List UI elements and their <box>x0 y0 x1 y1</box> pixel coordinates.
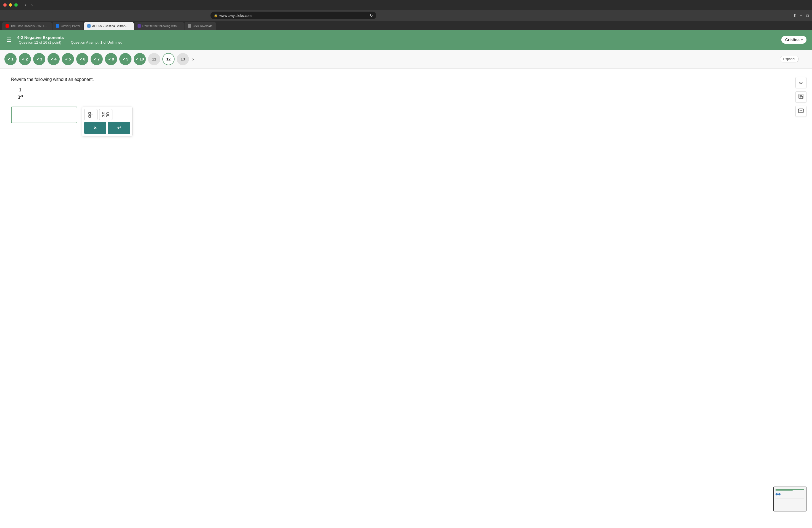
user-menu-button[interactable]: Cristina ▾ <box>781 36 807 44</box>
question-bubble-10[interactable]: ✓10 <box>134 53 146 65</box>
youtube-favicon <box>5 24 9 28</box>
question-bubble-12[interactable]: 12 <box>162 53 175 65</box>
question-subtitle: Question 12 of 16 (1 point) | Question A… <box>17 40 781 44</box>
svg-rect-0 <box>89 113 91 114</box>
minimize-dot <box>9 3 12 6</box>
separator-pipe: | <box>66 40 68 44</box>
tab-clever[interactable]: Clever | Portal <box>53 22 83 30</box>
calculator-button[interactable]: ∞ <box>795 77 807 88</box>
user-name: Cristina <box>785 38 800 42</box>
header-info: 4-2 Negative Exponents Question 12 of 16… <box>17 35 781 44</box>
fraction-display: 1 3-3 <box>17 88 24 100</box>
tab-rewrite[interactable]: Rewrite the following without an exponen… <box>134 22 184 30</box>
tab-youtube-label: The Little Rascals - YouTube <box>11 24 48 28</box>
question-info: Question 12 of 16 (1 point) <box>19 40 61 44</box>
tab-rewrite-label: Rewrite the following without an exponen… <box>143 24 180 28</box>
tab-aleks-label: ALEKS - Cristina Beltran-Giudice - 4-2 N… <box>92 24 130 28</box>
question-bubble-13[interactable]: 13 <box>177 53 189 65</box>
mixed-fraction-button[interactable] <box>99 109 112 120</box>
tab-clever-label: Clever | Portal <box>61 24 80 28</box>
infinity-icon: ∞ <box>799 80 803 86</box>
thumbnail-preview <box>773 487 807 511</box>
browser-titlebar: ‹ › <box>0 0 812 10</box>
toolbar-right: ⬆ + ⧉ <box>793 13 809 18</box>
tab-csd[interactable]: CSD Riverside <box>185 22 216 30</box>
notes-icon <box>798 93 804 101</box>
math-toolbar-row-2: × ↩ <box>84 122 130 134</box>
svg-rect-8 <box>106 115 109 117</box>
question-bubble-8[interactable]: ✓8 <box>105 53 117 65</box>
tab-csd-label: CSD Riverside <box>193 24 213 28</box>
question-bubble-6[interactable]: ✓6 <box>76 53 88 65</box>
app-container: ☰ 4-2 Negative Exponents Question 12 of … <box>0 30 812 528</box>
window-controls <box>3 3 18 6</box>
math-toolbar-row-1 <box>84 109 130 120</box>
thumb-green-bar <box>775 489 804 489</box>
question-bubble-9[interactable]: ✓9 <box>119 53 131 65</box>
question-bubble-1[interactable]: ✓1 <box>4 53 17 65</box>
address-bar[interactable]: 🔒 www-awy.aleks.com ↻ <box>211 12 376 19</box>
math-toolbar: × ↩ <box>82 107 133 136</box>
rewrite-favicon <box>137 24 141 28</box>
question-bubble-11[interactable]: 11 <box>148 53 160 65</box>
svg-rect-5 <box>102 115 104 117</box>
tab-overview-button[interactable]: ⧉ <box>806 13 809 18</box>
fraction-numerator: 1 <box>18 88 23 93</box>
math-expression: 1 3-3 <box>17 88 801 100</box>
tab-aleks[interactable]: ALEKS - Cristina Beltran-Giudice - 4-2 N… <box>84 22 134 30</box>
user-chevron-icon: ▾ <box>801 39 802 41</box>
browser-tabs: The Little Rascals - YouTube Clever | Po… <box>0 21 812 30</box>
reload-icon[interactable]: ↻ <box>370 14 373 18</box>
text-cursor <box>14 111 14 119</box>
assignment-title: 4-2 Negative Exponents <box>17 35 781 40</box>
tab-youtube[interactable]: The Little Rascals - YouTube <box>2 22 52 30</box>
svg-rect-3 <box>102 112 104 114</box>
forward-button[interactable]: › <box>30 2 34 8</box>
thumb-line <box>775 498 804 498</box>
question-bubble-4[interactable]: ✓4 <box>47 53 60 65</box>
svg-rect-2 <box>89 115 91 117</box>
nav-next-button[interactable]: › <box>192 56 194 62</box>
attempt-info: Question Attempt: 1 of Unlimited <box>71 40 122 44</box>
main-content: Rewrite the following without an exponen… <box>0 69 812 234</box>
denominator-base: 3 <box>18 95 20 100</box>
thumb-dot-2 <box>778 493 781 495</box>
share-button[interactable]: ⬆ <box>793 13 797 18</box>
clear-button[interactable]: × <box>84 122 106 134</box>
thumb-green-bar-2 <box>775 490 793 491</box>
svg-rect-13 <box>798 109 803 113</box>
undo-button[interactable]: ↩ <box>108 122 130 134</box>
question-bubble-2[interactable]: ✓2 <box>19 53 31 65</box>
fraction-denominator: 3-3 <box>17 94 24 100</box>
maximize-dot <box>14 3 18 6</box>
mail-icon <box>798 108 804 114</box>
browser-toolbar: 🔒 www-awy.aleks.com ↻ ⬆ + ⧉ <box>0 10 812 21</box>
close-dot <box>3 3 6 6</box>
app-header: ☰ 4-2 Negative Exponents Question 12 of … <box>0 30 812 50</box>
question-bubble-7[interactable]: ✓7 <box>91 53 103 65</box>
lock-icon: 🔒 <box>214 14 218 17</box>
question-nav: ✓1 ✓2 ✓3 ✓4 ✓5 ✓6 ✓7 ✓8 ✓9 ✓10 11 12 13 … <box>0 50 812 69</box>
csd-favicon <box>188 24 191 28</box>
answer-input[interactable] <box>11 107 77 123</box>
thumb-content <box>774 487 806 511</box>
browser-navigation: ‹ › <box>23 2 34 8</box>
question-prompt: Rewrite the following without an exponen… <box>11 77 801 82</box>
answer-row: × ↩ <box>11 107 801 136</box>
question-bubble-5[interactable]: ✓5 <box>62 53 74 65</box>
mail-button[interactable] <box>795 106 807 117</box>
sidebar-tools: ∞ <box>795 77 807 117</box>
back-button[interactable]: ‹ <box>23 2 28 8</box>
fraction-button[interactable] <box>84 109 98 120</box>
espanol-button[interactable]: Español <box>780 56 799 62</box>
new-tab-button[interactable]: + <box>800 13 802 18</box>
hamburger-button[interactable]: ☰ <box>5 35 13 44</box>
svg-rect-6 <box>106 113 109 114</box>
url-text: www-awy.aleks.com <box>219 14 251 18</box>
notes-button[interactable] <box>795 91 807 102</box>
clever-favicon <box>56 24 59 28</box>
question-bubble-3[interactable]: ✓3 <box>33 53 45 65</box>
denominator-exponent: -3 <box>20 94 23 98</box>
thumb-dots <box>775 493 804 495</box>
aleks-favicon <box>87 24 91 28</box>
